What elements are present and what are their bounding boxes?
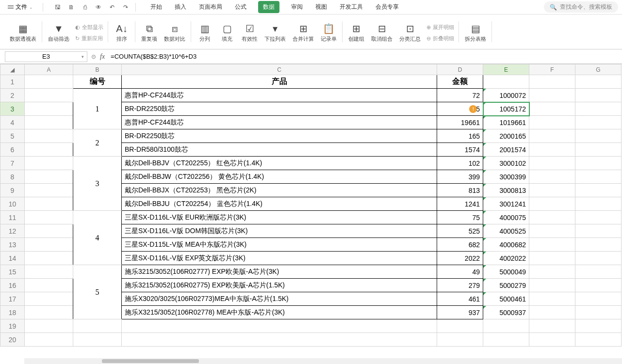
cell[interactable] bbox=[575, 265, 622, 279]
cell[interactable] bbox=[575, 238, 622, 252]
cell-header-prod[interactable]: 产品 bbox=[122, 75, 437, 89]
cell-amount[interactable]: 461 bbox=[437, 292, 483, 306]
search-box[interactable]: 🔍 查找命令、搜索模板 bbox=[544, 1, 618, 13]
cell-product[interactable]: 施乐3215/3052(106R02777) EXP欧美版-A芯片(3K) bbox=[122, 265, 437, 279]
cell[interactable] bbox=[575, 157, 622, 170]
tab-start[interactable]: 开始 bbox=[149, 1, 163, 13]
cell[interactable] bbox=[529, 184, 575, 197]
cell[interactable] bbox=[575, 102, 622, 116]
cell[interactable] bbox=[529, 224, 575, 238]
cell[interactable] bbox=[575, 306, 622, 319]
row-header[interactable]: 5 bbox=[0, 129, 25, 143]
dedup-button[interactable]: ⧉ 重复项 bbox=[139, 21, 159, 45]
row-header[interactable]: 12 bbox=[0, 224, 25, 238]
cell-e[interactable]: 4000075 bbox=[483, 211, 529, 224]
cell-product[interactable]: 惠普HP-CF244鼓芯 bbox=[122, 89, 437, 102]
save-icon[interactable]: 🖫 bbox=[54, 3, 62, 11]
cell[interactable] bbox=[25, 157, 73, 170]
cell-amount[interactable]: 937 bbox=[437, 306, 483, 319]
cell-e[interactable]: 2000165 bbox=[483, 129, 529, 143]
cell[interactable] bbox=[529, 89, 575, 102]
dropdown-button[interactable]: ▾ 下拉列表 bbox=[262, 21, 288, 45]
cell[interactable] bbox=[575, 89, 622, 102]
cell-amount[interactable]: 682 bbox=[437, 238, 483, 252]
col-header-A[interactable]: A bbox=[25, 64, 73, 75]
cell-product[interactable]: 施乐3215/3052(106R02775) EXP欧美版-A芯片(1.5K) bbox=[122, 279, 437, 292]
cell[interactable] bbox=[25, 292, 73, 306]
cell[interactable] bbox=[25, 238, 73, 252]
cell-header-amt[interactable]: 金额 bbox=[437, 75, 483, 89]
ungroup-button[interactable]: ⊟ 取消组合 bbox=[369, 21, 394, 45]
row-header[interactable]: 7 bbox=[0, 157, 25, 170]
row-header[interactable]: 3 bbox=[0, 102, 25, 116]
row-header[interactable]: 19 bbox=[0, 319, 25, 333]
cell-e[interactable]: 5000049 bbox=[483, 265, 529, 279]
cell[interactable] bbox=[529, 238, 575, 252]
cell-product[interactable]: 戴尔Dell-BBJV（CT202255） 红色芯片(1.4K) bbox=[122, 157, 437, 170]
cell-amount[interactable]: 399 bbox=[437, 170, 483, 184]
cell[interactable] bbox=[25, 265, 73, 279]
sort-button[interactable]: A↓ 排序 bbox=[112, 21, 131, 45]
cell-product[interactable]: 三星SX-D116L-V版 DOM韩国版芯片(3K) bbox=[122, 224, 437, 238]
cell[interactable] bbox=[483, 333, 529, 347]
cell-amount[interactable]: 72 bbox=[437, 89, 483, 102]
cell[interactable] bbox=[437, 319, 483, 333]
cell[interactable] bbox=[25, 252, 73, 265]
row-header[interactable]: 4 bbox=[0, 116, 25, 129]
cell-e[interactable]: 2001574 bbox=[483, 143, 529, 157]
cell[interactable] bbox=[529, 116, 575, 129]
row-header[interactable]: 10 bbox=[0, 197, 25, 211]
cell[interactable] bbox=[575, 129, 622, 143]
tab-member[interactable]: 会员专享 bbox=[375, 1, 400, 13]
texttocol-button[interactable]: ▥ 分列 bbox=[195, 21, 214, 45]
cell-amount[interactable]: 1241 bbox=[437, 197, 483, 211]
pivot-button[interactable]: ▦ 数据透视表 bbox=[8, 21, 38, 45]
cell[interactable] bbox=[575, 279, 622, 292]
cell-product[interactable]: 三星SX-D115L-V版 MEA中东版芯片(3K) bbox=[122, 238, 437, 252]
splittable-button[interactable]: ▤ 拆分表格 bbox=[463, 21, 488, 45]
datacompare-button[interactable]: ⧈ 数据对比 bbox=[162, 21, 187, 45]
tab-insert[interactable]: 插入 bbox=[174, 1, 187, 13]
cell-e[interactable]: 4002022 bbox=[483, 252, 529, 265]
cell[interactable] bbox=[529, 211, 575, 224]
horizontal-scrollbar[interactable] bbox=[24, 358, 622, 360]
cell[interactable] bbox=[529, 170, 575, 184]
col-header-C[interactable]: C bbox=[122, 64, 437, 75]
cell-product[interactable]: 施乐X3020/3025(106R02773)MEA中东版-A芯片(1.5K) bbox=[122, 292, 437, 306]
cell-product[interactable]: 三星SX-D116L-V版 EUR欧洲版芯片(3K) bbox=[122, 211, 437, 224]
cell[interactable] bbox=[529, 102, 575, 116]
group-button[interactable]: ⊞ 创建组 bbox=[346, 21, 366, 45]
cell-product[interactable]: 戴尔Dell-BBJW（CT202256） 黄色芯片(1.4K) bbox=[122, 170, 437, 184]
cell[interactable] bbox=[575, 333, 622, 347]
cell[interactable] bbox=[122, 333, 437, 347]
cell[interactable] bbox=[575, 211, 622, 224]
col-header-F[interactable]: F bbox=[529, 64, 575, 75]
cell-group-num[interactable]: 3 bbox=[73, 157, 122, 211]
cell[interactable] bbox=[25, 170, 73, 184]
tab-formula[interactable]: 公式 bbox=[234, 1, 247, 13]
cell[interactable] bbox=[575, 252, 622, 265]
cell[interactable] bbox=[529, 265, 575, 279]
select-all-corner[interactable]: ◢ bbox=[0, 64, 25, 75]
cell[interactable] bbox=[575, 75, 622, 89]
row-header[interactable]: 6 bbox=[0, 143, 25, 157]
cell[interactable] bbox=[25, 224, 73, 238]
cell-group-num[interactable]: 2 bbox=[73, 129, 122, 157]
subtotal-button[interactable]: ⊡ 分类汇总 bbox=[397, 21, 423, 45]
tab-pagelayout[interactable]: 页面布局 bbox=[198, 1, 223, 13]
cell[interactable] bbox=[529, 252, 575, 265]
cell-product[interactable]: BR-DR2250鼓芯 bbox=[122, 102, 437, 116]
cell-e[interactable]: 3001241 bbox=[483, 197, 529, 211]
cell[interactable] bbox=[529, 129, 575, 143]
scrollbar-thumb[interactable] bbox=[102, 359, 199, 360]
cell[interactable] bbox=[529, 292, 575, 306]
cell[interactable] bbox=[25, 89, 73, 102]
redo-icon[interactable]: ↷ bbox=[122, 3, 130, 11]
cell[interactable] bbox=[529, 306, 575, 319]
formula-input[interactable]: =COUNTA($B$2:B3)*10^6+D3 bbox=[109, 53, 617, 60]
cell-amount[interactable]: 1574 bbox=[437, 143, 483, 157]
autofilter-button[interactable]: ▼ 自动筛选 bbox=[46, 21, 71, 45]
cell-e[interactable]: 5000937 bbox=[483, 306, 529, 319]
cell-e[interactable]: 1005172 bbox=[483, 102, 529, 116]
cell[interactable] bbox=[529, 143, 575, 157]
